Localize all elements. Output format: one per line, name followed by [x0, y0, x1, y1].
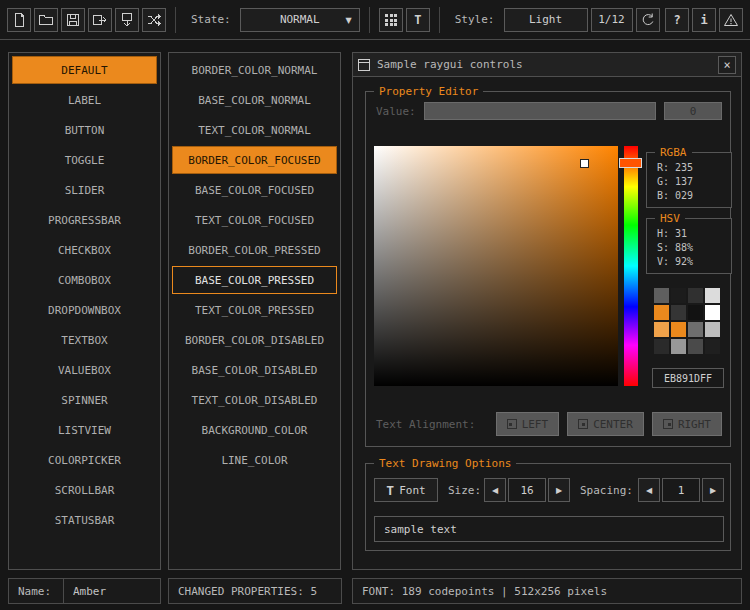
control-list-item[interactable]: STATUSBAR — [12, 506, 157, 534]
issue-report-button[interactable] — [719, 8, 743, 32]
hue-slider-handle[interactable] — [619, 158, 642, 168]
control-list-item[interactable]: LABEL — [12, 86, 157, 114]
icons-panel-button[interactable] — [379, 8, 403, 32]
shuffle-icon — [146, 12, 162, 28]
palette-swatch[interactable] — [705, 339, 720, 354]
property-list-item[interactable]: BASE_COLOR_FOCUSED — [172, 176, 337, 204]
control-list-item[interactable]: DEFAULT — [12, 56, 157, 84]
random-style-button[interactable] — [142, 8, 166, 32]
window-title: Sample raygui controls — [377, 58, 523, 71]
toolbar-divider — [369, 7, 370, 33]
property-list-item[interactable]: TEXT_COLOR_PRESSED — [172, 296, 337, 324]
help-button[interactable]: ? — [665, 8, 689, 32]
status-name-field[interactable] — [63, 578, 161, 604]
import-icon — [119, 12, 135, 28]
palette-swatch[interactable] — [654, 305, 669, 320]
font-panel-button[interactable]: T — [406, 8, 430, 32]
control-list-item[interactable]: PROGRESSBAR — [12, 206, 157, 234]
style-name-input[interactable] — [73, 585, 151, 598]
toolbar-divider — [175, 7, 176, 33]
align-left-button[interactable]: LEFT — [496, 412, 560, 436]
rgba-group: RGBA R: 235 G: 137 B: 029 — [646, 152, 732, 208]
hex-color-field[interactable] — [652, 368, 724, 388]
about-button[interactable]: i — [692, 8, 716, 32]
value-slider[interactable] — [424, 102, 656, 120]
align-left-icon — [507, 419, 517, 429]
align-right-icon — [663, 419, 673, 429]
control-list-item[interactable]: TOGGLE — [12, 146, 157, 174]
property-list-item[interactable]: TEXT_COLOR_DISABLED — [172, 386, 337, 414]
style-reload-button[interactable] — [636, 8, 660, 32]
control-list-item[interactable]: CHECKBOX — [12, 236, 157, 264]
control-list-item[interactable]: VALUEBOX — [12, 356, 157, 384]
property-list-item[interactable]: BORDER_COLOR_FOCUSED — [172, 146, 337, 174]
property-list-item[interactable]: LINE_COLOR — [172, 446, 337, 474]
hue-bar[interactable] — [624, 146, 638, 386]
window-titlebar[interactable]: Sample raygui controls × — [353, 53, 741, 77]
palette-swatch[interactable] — [688, 288, 703, 303]
color-picker-cursor[interactable] — [580, 159, 589, 168]
file-save-button[interactable] — [61, 8, 85, 32]
property-list-item[interactable]: BACKGROUND_COLOR — [172, 416, 337, 444]
font-button-label: Font — [399, 484, 426, 497]
align-center-button[interactable]: CENTER — [567, 412, 644, 436]
property-list-item[interactable]: BORDER_COLOR_DISABLED — [172, 326, 337, 354]
size-increase-button[interactable]: ▶ — [548, 478, 570, 502]
palette-swatch[interactable] — [671, 288, 686, 303]
toolbar-divider — [439, 7, 440, 33]
palette-swatch[interactable] — [705, 322, 720, 337]
control-list-item[interactable]: DROPDOWNBOX — [12, 296, 157, 324]
property-list-item[interactable]: BORDER_COLOR_PRESSED — [172, 236, 337, 264]
palette-swatch[interactable] — [688, 305, 703, 320]
font-button[interactable]: T Font — [374, 478, 438, 502]
palette-swatch[interactable] — [654, 339, 669, 354]
spacing-value-box[interactable]: 1 — [662, 478, 700, 502]
file-open-button[interactable] — [34, 8, 58, 32]
style-page-value: 1/12 — [598, 13, 625, 26]
palette-swatch[interactable] — [654, 288, 669, 303]
style-name-button[interactable]: Light — [504, 8, 588, 32]
window-close-button[interactable]: × — [718, 56, 736, 74]
sample-text-field[interactable] — [374, 516, 724, 542]
text-alignment-row: Text Alignment: LEFT CENTER — [366, 412, 722, 436]
property-list-item[interactable]: BASE_COLOR_NORMAL — [172, 86, 337, 114]
control-list-item[interactable]: SLIDER — [12, 176, 157, 204]
size-decrease-button[interactable]: ◀ — [484, 478, 506, 502]
control-list-item[interactable]: SPINNER — [12, 386, 157, 414]
control-list-item[interactable]: COMBOBOX — [12, 266, 157, 294]
control-list-item[interactable]: TEXTBOX — [12, 326, 157, 354]
palette-swatch[interactable] — [671, 305, 686, 320]
style-page-button[interactable]: 1/12 — [591, 8, 633, 32]
property-list-item[interactable]: TEXT_COLOR_FOCUSED — [172, 206, 337, 234]
property-list-item[interactable]: BASE_COLOR_DISABLED — [172, 356, 337, 384]
property-list-item[interactable]: BASE_COLOR_PRESSED — [172, 266, 337, 294]
spacing-decrease-button[interactable]: ◀ — [638, 478, 660, 502]
file-new-button[interactable] — [7, 8, 31, 32]
palette-swatch[interactable] — [671, 339, 686, 354]
hex-color-input[interactable] — [653, 373, 723, 384]
toolbar-right-cluster: ? i — [665, 8, 743, 32]
color-saturation-value-panel[interactable] — [374, 146, 618, 386]
palette-swatch[interactable] — [705, 305, 720, 320]
value-box[interactable]: 0 — [664, 102, 722, 120]
palette-swatch[interactable] — [705, 288, 720, 303]
property-list-item[interactable]: TEXT_COLOR_NORMAL — [172, 116, 337, 144]
hsv-saturation-value: S: 88% — [657, 242, 731, 253]
hsv-group: HSV H: 31 S: 88% V: 92% — [646, 218, 732, 274]
control-list-item[interactable]: SCROLLBAR — [12, 476, 157, 504]
palette-swatch[interactable] — [688, 322, 703, 337]
control-list-item[interactable]: LISTVIEW — [12, 416, 157, 444]
sample-text-input[interactable] — [384, 523, 714, 536]
size-value-box[interactable]: 16 — [508, 478, 546, 502]
palette-swatch[interactable] — [654, 322, 669, 337]
align-right-button[interactable]: RIGHT — [652, 412, 722, 436]
control-list-item[interactable]: BUTTON — [12, 116, 157, 144]
palette-swatch[interactable] — [671, 322, 686, 337]
style-import-button[interactable] — [115, 8, 139, 32]
property-list-item[interactable]: BORDER_COLOR_NORMAL — [172, 56, 337, 84]
control-list-item[interactable]: COLORPICKER — [12, 446, 157, 474]
file-export-button[interactable] — [88, 8, 112, 32]
spacing-increase-button[interactable]: ▶ — [702, 478, 724, 502]
palette-swatch[interactable] — [688, 339, 703, 354]
state-dropdown[interactable]: NORMAL ▼ — [240, 8, 360, 32]
